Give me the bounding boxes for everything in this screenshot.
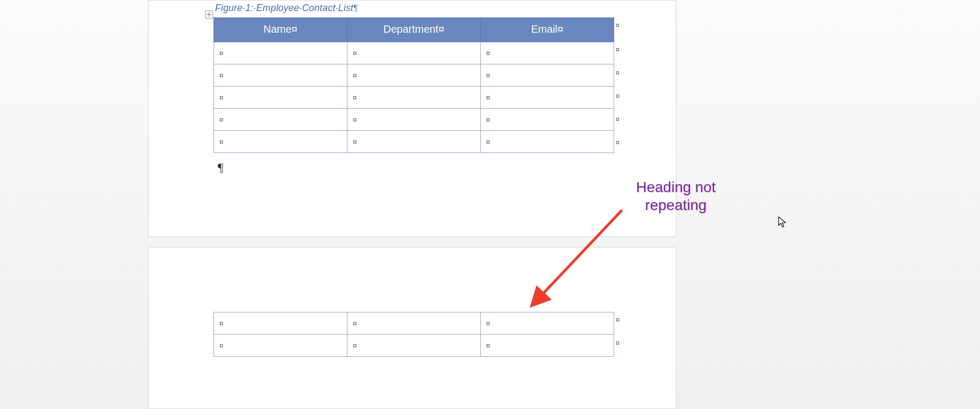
- cell-mark-icon: ¤: [219, 116, 224, 124]
- cell-mark-icon: ¤: [486, 93, 490, 102]
- header-name[interactable]: Name¤: [214, 18, 347, 42]
- table-cell[interactable]: ¤: [214, 109, 347, 131]
- header-department[interactable]: Department¤: [347, 18, 481, 42]
- mouse-cursor-icon: [778, 216, 788, 229]
- cell-mark-icon: ¤: [486, 49, 490, 58]
- cell-mark-icon: ¤: [219, 138, 224, 146]
- table-cell[interactable]: ¤: [347, 131, 481, 153]
- table-cell[interactable]: ¤: [481, 335, 614, 357]
- table-move-handle-icon[interactable]: [205, 11, 213, 18]
- cell-mark-icon: ¤: [486, 319, 490, 328]
- table-cell[interactable]: ¤: [481, 87, 614, 109]
- row-end-mark-icon: ¤: [616, 316, 619, 323]
- cell-mark-icon: ¤: [486, 116, 490, 124]
- header-email[interactable]: Email¤: [481, 18, 614, 42]
- row-end-mark-icon: ¤: [616, 69, 619, 76]
- cell-mark-icon: ¤: [219, 71, 224, 80]
- table-row[interactable]: ¤ ¤ ¤: [214, 109, 614, 131]
- cell-mark-icon: ¤: [486, 71, 490, 80]
- table-cell[interactable]: ¤: [347, 312, 481, 335]
- table-row[interactable]: ¤ ¤ ¤: [214, 42, 614, 64]
- row-end-mark-icon: ¤: [616, 339, 619, 346]
- table-cell[interactable]: ¤: [481, 64, 614, 87]
- table-cell[interactable]: ¤: [481, 312, 614, 335]
- figure-caption[interactable]: Figure·1:·Employee·Contact·List¶: [215, 3, 358, 14]
- table-cell[interactable]: ¤: [347, 42, 481, 64]
- cell-mark-icon: ¤: [219, 93, 224, 102]
- row-end-mark-icon: ¤: [616, 92, 619, 99]
- document-page-2[interactable]: ¤ ¤ ¤ ¤ ¤ ¤ ¤ ¤: [148, 247, 676, 409]
- cell-mark-icon: ¤: [353, 93, 357, 102]
- table-cell[interactable]: ¤: [347, 64, 481, 87]
- table-row[interactable]: ¤ ¤ ¤: [214, 87, 614, 109]
- cell-mark-icon: ¤: [353, 341, 357, 350]
- table-cell[interactable]: ¤: [481, 109, 614, 131]
- annotation-line2: repeating: [645, 197, 707, 213]
- pilcrow-icon: ¶: [353, 4, 358, 13]
- row-end-mark-icon: ¤: [616, 116, 619, 122]
- table-cell[interactable]: ¤: [214, 42, 347, 64]
- table-cell[interactable]: ¤: [481, 42, 614, 64]
- cell-mark-icon: ¤: [219, 319, 224, 328]
- table-cell[interactable]: ¤: [347, 87, 481, 109]
- table-cell[interactable]: ¤: [347, 109, 481, 131]
- table-row[interactable]: ¤ ¤ ¤: [214, 131, 614, 153]
- annotation-line1: Heading not: [636, 179, 715, 195]
- table-header-row[interactable]: Name¤ Department¤ Email¤: [214, 18, 614, 42]
- caption-text: Figure·1:·Employee·Contact·List: [215, 3, 353, 13]
- table-cell[interactable]: ¤: [214, 312, 347, 335]
- table-row[interactable]: ¤ ¤ ¤: [214, 312, 614, 335]
- table-row[interactable]: ¤ ¤ ¤: [214, 64, 614, 87]
- employee-contact-table-continued[interactable]: ¤ ¤ ¤ ¤ ¤ ¤: [214, 312, 614, 357]
- row-end-mark-icon: ¤: [616, 22, 619, 28]
- document-page-1[interactable]: Figure·1:·Employee·Contact·List¶ Name¤ D…: [148, 0, 676, 237]
- table-cell[interactable]: ¤: [347, 335, 481, 357]
- row-end-mark-icon: ¤: [616, 46, 619, 53]
- cell-mark-icon: ¤: [353, 49, 357, 58]
- table-cell[interactable]: ¤: [481, 131, 614, 153]
- cell-mark-icon: ¤: [353, 71, 357, 80]
- cell-mark-icon: ¤: [486, 138, 490, 146]
- row-end-mark-icon: ¤: [616, 139, 619, 146]
- table-cell[interactable]: ¤: [214, 335, 347, 357]
- cell-mark-icon: ¤: [353, 319, 357, 328]
- paragraph-mark-icon: ¶: [218, 160, 224, 175]
- table-cell[interactable]: ¤: [214, 64, 347, 87]
- employee-contact-table[interactable]: Name¤ Department¤ Email¤ ¤ ¤ ¤ ¤ ¤ ¤ ¤ ¤…: [214, 17, 614, 153]
- annotation-callout: Heading not repeating: [623, 178, 729, 214]
- cell-mark-icon: ¤: [353, 138, 357, 146]
- table-cell[interactable]: ¤: [214, 131, 347, 153]
- table-cell[interactable]: ¤: [214, 87, 347, 109]
- table-row[interactable]: ¤ ¤ ¤: [214, 335, 614, 357]
- cell-mark-icon: ¤: [219, 341, 224, 350]
- cell-mark-icon: ¤: [219, 49, 224, 58]
- cell-mark-icon: ¤: [486, 341, 490, 350]
- cell-mark-icon: ¤: [353, 116, 357, 124]
